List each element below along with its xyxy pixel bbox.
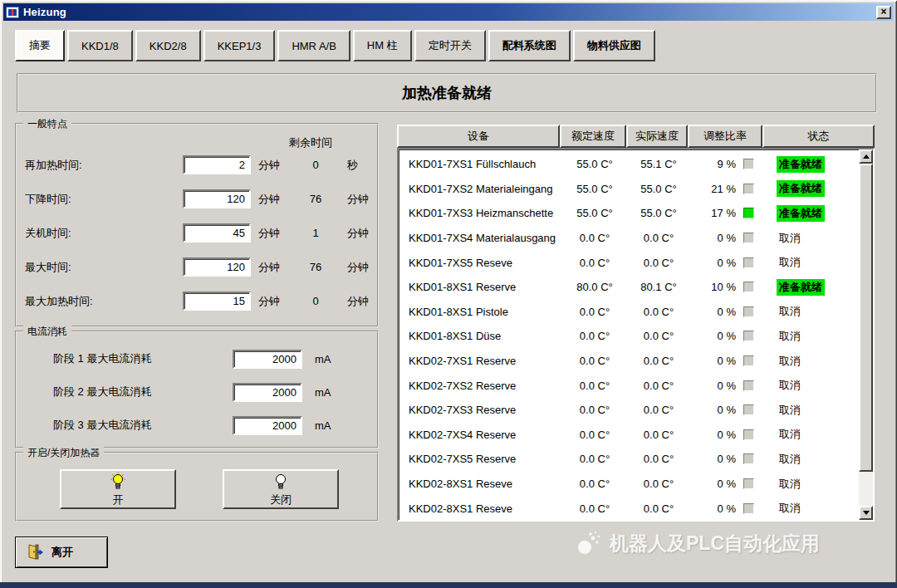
time-setting-input[interactable] [183,189,251,208]
actual-value: 0.0 C° [628,232,689,244]
setpoint-value: 0.0 C° [561,429,628,441]
ratio-cell: 0 % [689,257,764,269]
ratio-value: 9 % [708,158,736,170]
ratio-cell: 0 % [689,404,764,416]
status-badge: 取消 [777,303,803,320]
remaining-time-header: 剩余时间 [289,135,332,150]
remaining-time-value: 0 [292,159,339,171]
table-row[interactable]: KKD02-8XS1 Reseve 0.0 C° 0.0 C° 0 % 取消 [399,472,859,497]
status-badge: 取消 [777,353,803,370]
table-row[interactable]: KKD02-7XS1 Reserve 0.0 C° 0.0 C° 0 % 取消 [399,349,859,374]
status-badge: 取消 [777,476,803,492]
tab-button[interactable]: 物料供应图 [573,30,655,61]
time-setting-input[interactable] [183,223,251,243]
actual-value: 55.1 C° [628,158,689,170]
tab-button[interactable]: 定时开关 [414,30,486,61]
time-setting-label: 下降时间: [25,192,183,207]
setpoint-value: 0.0 C° [561,502,628,515]
heater-active-indicator [743,208,754,218]
tab-button[interactable]: KKD2/8 [135,30,201,61]
tab-button[interactable]: 配料系统图 [488,30,571,61]
tab-button[interactable]: KKD1/8 [67,30,133,61]
ratio-value: 17 % [708,207,736,219]
heater-groupbox: 开启/关闭加热器 开 [15,452,379,522]
status-cell: 取消 [764,377,859,394]
ratio-value: 0 % [708,306,736,318]
table-row[interactable]: KKD01-8XS1 Reserve 80.0 C° 80.1 C° 10 % … [399,275,859,300]
tab-button[interactable]: HM 柱 [353,30,412,61]
table-row[interactable]: KKD01-8XS1 Pistole 0.0 C° 0.0 C° 0 % 取消 [399,300,859,325]
heater-off-button[interactable]: 关闭 [223,469,339,509]
status-cell: 取消 [764,476,859,492]
actual-value: 0.0 C° [628,257,689,269]
table-row[interactable]: KKD01-7XS2 Materialeingang 55.0 C° 55.0 … [399,177,859,202]
time-setting-row: 关机时间: 分钟 1 分钟 [17,216,377,250]
table-header-row: 设备 额定速度 实际速度 调整比率 状态 [397,125,875,148]
device-name: KKD02-7XS5 Reserve [399,453,561,465]
current-setting-input[interactable] [233,416,302,435]
setpoint-value: 0.0 C° [561,257,628,269]
scroll-down-button[interactable] [859,506,873,520]
setpoint-value: 0.0 C° [561,404,628,416]
ratio-value: 0 % [708,429,736,441]
actual-value: 0.0 C° [628,380,689,392]
time-setting-row: 下降时间: 分钟 76 分钟 [17,182,377,216]
table-row[interactable]: KKD02-7XS5 Reserve 0.0 C° 0.0 C° 0 % 取消 [399,447,859,472]
heater-groupbox-title: 开启/关闭加热器 [23,446,104,460]
ratio-value: 0 % [708,380,736,392]
time-setting-input[interactable] [183,155,251,174]
table-row[interactable]: KKD01-7XS3 Heizmanschette 55.0 C° 55.0 C… [399,201,859,226]
column-header: 调整比率 [688,125,762,148]
table-row[interactable]: KKD01-7XS1 Füllschlauch 55.0 C° 55.1 C° … [399,152,859,177]
heater-active-indicator [743,503,754,514]
status-badge: 取消 [777,254,803,271]
table-rows: KKD01-7XS1 Füllschlauch 55.0 C° 55.1 C° … [399,149,859,520]
heater-active-indicator [743,257,754,268]
tab-button[interactable]: 摘要 [15,30,65,61]
close-button[interactable]: × [876,6,891,19]
actual-value: 55.0 C° [628,183,689,195]
scrollbar-thumb[interactable] [859,164,873,472]
remaining-time-unit: 分钟 [339,260,397,275]
time-setting-unit: 分钟 [252,260,292,275]
current-setting-input[interactable] [233,383,302,402]
tab-button[interactable]: KKEP1/3 [203,30,276,61]
status-badge: 准备就绪 [777,205,825,222]
window-bottom-edge [0,582,897,588]
exit-button[interactable]: 离开 [15,537,108,568]
ratio-cell: 10 % [689,281,764,293]
table-row[interactable]: KKD02-7XS3 Reserve 0.0 C° 0.0 C° 0 % 取消 [399,398,859,423]
status-cell: 取消 [764,353,859,370]
time-setting-row: 最大时间: 分钟 76 分钟 [17,250,377,284]
current-setting-input[interactable] [233,350,302,369]
heater-active-indicator [743,159,754,169]
current-setting-label: 阶段 1 最大电流消耗 [53,351,233,366]
actual-value: 0.0 C° [628,306,689,318]
setpoint-value: 55.0 C° [561,158,628,170]
table-row[interactable]: KKD02-8XS1 Reseve 0.0 C° 0.0 C° 0 % 取消 [399,496,859,520]
ratio-value: 0 % [708,478,736,490]
time-setting-input[interactable] [183,292,251,311]
time-setting-input[interactable] [183,257,251,277]
remaining-time-value: 76 [292,261,339,273]
heater-on-button[interactable]: 开 [60,469,176,509]
table-row[interactable]: KKD01-7XS5 Reseve 0.0 C° 0.0 C° 0 % 取消 [399,250,859,275]
heater-buttons: 开 关闭 [17,453,377,509]
heater-active-indicator [743,429,754,440]
ratio-cell: 0 % [689,429,764,441]
scroll-up-button[interactable] [859,149,873,164]
current-setting-unit: mA [304,419,347,432]
title-bar[interactable]: Heizung × [3,3,894,21]
scrollbar-track[interactable] [859,164,873,506]
device-name: KKD01-8XS1 Reserve [399,281,561,293]
table-scrollbar[interactable] [859,149,873,520]
table-row[interactable]: KKD01-7XS4 Materialausgang 0.0 C° 0.0 C°… [399,226,859,251]
table-row[interactable]: KKD02-7XS4 Reserve 0.0 C° 0.0 C° 0 % 取消 [399,423,859,448]
table-row[interactable]: KKD01-8XS1 Düse 0.0 C° 0.0 C° 0 % 取消 [399,324,859,349]
status-cell: 取消 [764,500,859,517]
device-name: KKD01-7XS1 Füllschlauch [399,158,561,170]
tab-button[interactable]: HMR A/B [277,30,350,61]
table-row[interactable]: KKD02-7XS2 Reserve 0.0 C° 0.0 C° 0 % 取消 [399,373,859,398]
ratio-cell: 17 % [689,207,764,219]
actual-value: 0.0 C° [628,453,689,465]
